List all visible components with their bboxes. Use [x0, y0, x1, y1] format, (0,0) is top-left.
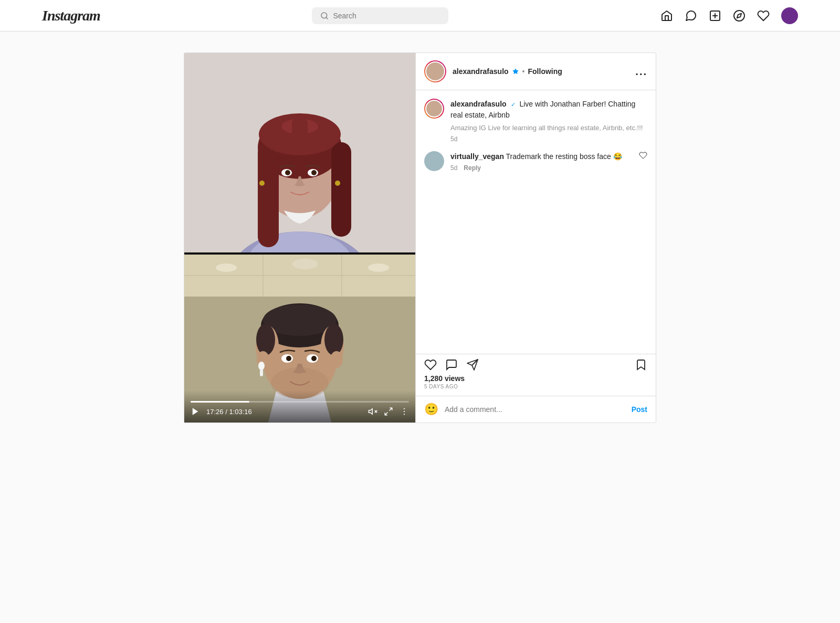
- comment-text-block-2: virtually_vegan Trademark the resting bo…: [450, 151, 633, 172]
- mute-button[interactable]: [368, 407, 377, 416]
- messenger-button[interactable]: [685, 9, 697, 22]
- post-header: alexandrafasulo • Following ...: [416, 53, 656, 90]
- main-content: 17:26 / 1:03:16: [0, 31, 840, 444]
- comment-avatar-2[interactable]: [424, 151, 444, 171]
- post-user-info: alexandrafasulo • Following: [453, 67, 635, 76]
- comment-input[interactable]: [445, 405, 625, 414]
- author-username[interactable]: alexandrafasulo: [453, 67, 509, 76]
- time-display: 17:26 / 1:03:16: [206, 408, 252, 416]
- svg-point-40: [324, 324, 343, 355]
- progress-fill: [191, 401, 249, 403]
- action-icons: [424, 358, 647, 371]
- search-input[interactable]: [333, 12, 440, 20]
- save-button[interactable]: [635, 358, 647, 371]
- svg-rect-13: [258, 142, 279, 247]
- svg-rect-14: [331, 142, 351, 237]
- author-avatar: [425, 61, 445, 81]
- comment-main-1: alexandrafasulo ✓ Live with Jonathan Far…: [450, 99, 647, 121]
- add-comment-section: 🙂 Post: [416, 396, 656, 423]
- svg-line-54: [390, 408, 392, 410]
- header-icons: [660, 7, 798, 24]
- svg-point-57: [404, 411, 405, 412]
- svg-point-21: [311, 170, 317, 175]
- svg-line-55: [385, 413, 387, 415]
- views-count: 1,280 views: [424, 371, 647, 384]
- right-panel: alexandrafasulo • Following ...: [415, 53, 656, 423]
- svg-rect-44: [260, 369, 263, 376]
- share-button[interactable]: [466, 358, 479, 371]
- comment-avatar-1[interactable]: [424, 99, 444, 119]
- svg-point-23: [335, 181, 340, 186]
- svg-point-29: [216, 263, 237, 272]
- video-section: 17:26 / 1:03:16: [184, 53, 415, 423]
- svg-line-1: [327, 17, 328, 19]
- comment-main-2: virtually_vegan Trademark the resting bo…: [450, 151, 633, 162]
- play-button[interactable]: [191, 407, 200, 416]
- comment-meta-1: 5d: [450, 135, 647, 143]
- comment-time-1: 5d: [450, 135, 457, 143]
- more-options-video-button[interactable]: [400, 407, 409, 416]
- header: Instagram: [0, 0, 840, 31]
- search-icon: [320, 12, 329, 20]
- separator-dot: •: [522, 67, 525, 76]
- comment-username-2[interactable]: virtually_vegan: [450, 152, 504, 161]
- actions-bar: 1,280 views 5 DAYS AGO: [416, 354, 656, 396]
- fullscreen-button[interactable]: [384, 407, 393, 416]
- svg-marker-51: [369, 409, 373, 415]
- comment-text-block-1: alexandrafasulo ✓ Live with Jonathan Far…: [450, 99, 647, 143]
- list-item: alexandrafasulo ✓ Live with Jonathan Far…: [424, 99, 647, 143]
- svg-marker-50: [193, 408, 198, 415]
- svg-point-42: [330, 351, 343, 368]
- svg-point-48: [311, 356, 317, 361]
- search-bar[interactable]: [312, 7, 448, 24]
- svg-point-20: [285, 170, 290, 175]
- svg-point-58: [404, 414, 405, 415]
- more-options-button[interactable]: ...: [635, 66, 647, 78]
- svg-marker-6: [737, 13, 741, 17]
- verified-badge: [512, 68, 519, 75]
- like-button[interactable]: [424, 358, 437, 371]
- emoji-button[interactable]: 🙂: [424, 403, 438, 416]
- comment-meta-2: 5d Reply: [450, 164, 633, 172]
- comment-username-1[interactable]: alexandrafasulo: [450, 100, 507, 108]
- author-avatar-ring[interactable]: [424, 60, 446, 82]
- comment-sub-1: Amazing IG Live for learning all things …: [450, 123, 647, 133]
- list-item: virtually_vegan Trademark the resting bo…: [424, 151, 647, 172]
- svg-point-39: [256, 324, 275, 355]
- following-label[interactable]: Following: [528, 67, 562, 76]
- comments-section: alexandrafasulo ✓ Live with Jonathan Far…: [416, 90, 656, 354]
- svg-point-56: [404, 408, 405, 409]
- explore-button[interactable]: [733, 9, 746, 22]
- svg-point-5: [734, 10, 744, 21]
- video-top: [184, 53, 415, 252]
- svg-point-31: [368, 263, 389, 272]
- reply-button-2[interactable]: Reply: [464, 164, 481, 172]
- svg-point-43: [258, 362, 265, 370]
- svg-rect-17: [292, 116, 308, 147]
- post-comment-button[interactable]: Post: [632, 405, 647, 414]
- home-button[interactable]: [660, 9, 673, 22]
- svg-point-30: [292, 259, 318, 269]
- notifications-button[interactable]: [757, 9, 770, 22]
- comment-button[interactable]: [445, 358, 458, 371]
- video-controls: 17:26 / 1:03:16: [184, 390, 415, 423]
- logo: Instagram: [42, 7, 100, 24]
- profile-avatar[interactable]: [781, 7, 798, 24]
- comment-like-button-2[interactable]: [639, 151, 647, 160]
- comment-body-2: Trademark the resting boss face 😂: [506, 152, 622, 161]
- svg-point-22: [259, 181, 265, 186]
- verified-small-1: ✓: [511, 101, 516, 108]
- progress-bar[interactable]: [191, 401, 409, 403]
- post-date: 5 DAYS AGO: [424, 384, 647, 394]
- comment-time-2: 5d: [450, 164, 457, 172]
- video-bottom: 17:26 / 1:03:16: [184, 255, 415, 423]
- svg-point-47: [286, 356, 291, 361]
- post-container: 17:26 / 1:03:16: [184, 52, 656, 423]
- new-post-button[interactable]: [709, 9, 721, 22]
